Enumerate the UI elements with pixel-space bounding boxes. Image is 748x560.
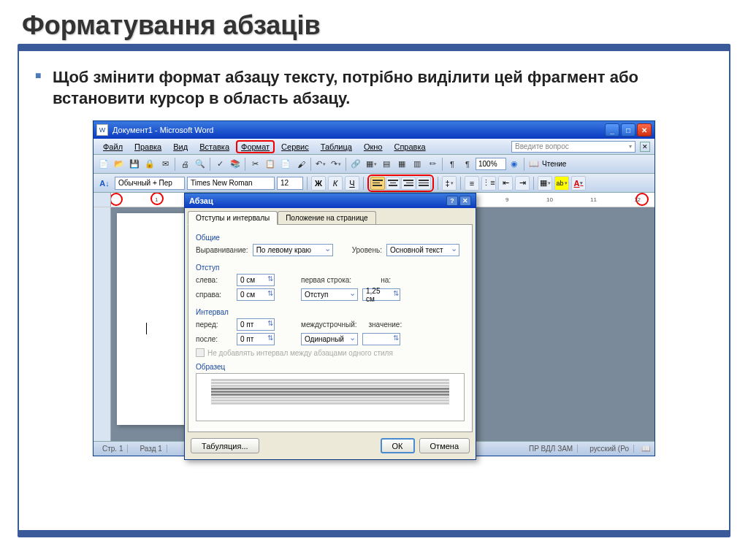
doc-map-icon[interactable]: ¶	[445, 157, 459, 172]
increase-indent-icon[interactable]: ⇥	[515, 176, 530, 191]
open-icon[interactable]: 📂	[112, 157, 126, 172]
ok-button[interactable]: ОК	[381, 438, 415, 453]
font-color-icon[interactable]: A	[571, 176, 586, 191]
cancel-button[interactable]: Отмена	[419, 438, 470, 453]
undo-icon[interactable]: ↶	[313, 157, 328, 172]
line-spacing-icon[interactable]: ‡	[442, 176, 457, 191]
save-icon[interactable]: 💾	[127, 157, 142, 172]
menu-doc-close[interactable]: ✕	[640, 142, 650, 152]
columns-icon[interactable]: ▥	[410, 157, 424, 172]
menu-help[interactable]: Справка	[389, 141, 430, 153]
excel-icon[interactable]: ▦	[394, 157, 409, 172]
align-right-button[interactable]	[401, 177, 416, 190]
slide-title: Форматування абзаців	[0, 0, 748, 44]
insert-table-icon[interactable]: ▤	[379, 157, 394, 172]
menu-view[interactable]: Вид	[168, 141, 193, 153]
window-title: Документ1 - Microsoft Word	[112, 126, 605, 134]
text-cursor	[146, 323, 147, 334]
decrease-indent-icon[interactable]: ⇤	[498, 176, 513, 191]
menu-window[interactable]: Окно	[359, 141, 388, 153]
menu-file[interactable]: Файл	[98, 141, 128, 153]
underline-button[interactable]: Ч	[345, 176, 359, 191]
section-general: Общие	[196, 234, 465, 242]
level-dropdown[interactable]: Основной текст	[386, 244, 459, 256]
first-line-value-input[interactable]: 1,25 см	[362, 288, 400, 301]
align-center-button[interactable]	[386, 177, 400, 190]
help-icon[interactable]: ◉	[507, 157, 522, 172]
redo-icon[interactable]: ↷	[329, 157, 343, 172]
alignment-label: Выравнивание:	[196, 246, 248, 254]
format-painter-icon[interactable]: 🖌	[294, 157, 308, 172]
cut-icon[interactable]: ✂	[248, 157, 262, 172]
research-icon[interactable]: 📚	[228, 157, 243, 172]
before-input[interactable]: 0 пт	[237, 318, 275, 331]
line-spacing-value-input[interactable]	[362, 333, 400, 345]
preview-icon[interactable]: 🔍	[193, 157, 207, 172]
print-icon[interactable]: 🖨	[178, 157, 192, 172]
reading-label[interactable]: Чтение	[542, 160, 566, 168]
numbered-list-icon[interactable]: ≡	[465, 176, 479, 191]
highlight-icon[interactable]: ab	[554, 176, 569, 191]
italic-button[interactable]: К	[328, 176, 343, 191]
alignment-dropdown[interactable]: По левому краю	[253, 244, 333, 256]
menu-edit[interactable]: Правка	[129, 141, 167, 153]
close-button[interactable]: ✕	[637, 123, 652, 137]
tab-page-position[interactable]: Положение на странице	[278, 211, 375, 224]
minimize-button[interactable]: _	[605, 123, 619, 137]
right-indent-label: справа:	[196, 291, 232, 299]
dialog-help-button[interactable]: ?	[446, 196, 458, 206]
standard-toolbar: 📄 📂 💾 🔒 ✉ 🖨 🔍 ✓ 📚 ✂ 📋 📄 🖌 ↶ ↷ 🔗 ▦ ▤ ▦ ▥	[94, 155, 654, 174]
maximize-button[interactable]: □	[621, 123, 636, 137]
sample-preview	[196, 373, 465, 421]
word-window: W Документ1 - Microsoft Word _ □ ✕ Файл …	[93, 120, 655, 456]
dialog-close-button[interactable]: ✕	[459, 196, 471, 206]
same-style-checkbox[interactable]	[196, 348, 205, 357]
line-spacing-dropdown[interactable]: Одинарный	[301, 333, 358, 345]
zoom-box[interactable]: 100%	[476, 158, 506, 170]
same-style-label: Не добавлять интервал между абзацами одн…	[207, 349, 393, 357]
first-line-dropdown[interactable]: Отступ	[301, 288, 358, 301]
level-label: Уровень:	[352, 246, 382, 254]
left-indent-input[interactable]: 0 см	[237, 274, 275, 286]
show-hide-icon[interactable]: ¶	[460, 157, 475, 172]
hyperlink-icon[interactable]: 🔗	[348, 157, 363, 172]
bold-button[interactable]: Ж	[311, 176, 326, 191]
menu-service[interactable]: Сервис	[276, 141, 314, 153]
value-label: значение:	[369, 321, 402, 329]
menu-table[interactable]: Таблица	[316, 141, 357, 153]
status-spellcheck-icon[interactable]: 📖	[641, 445, 650, 453]
document-area: Абзац ?✕ Отступы и интервалы Положение н…	[94, 207, 654, 441]
borders-icon[interactable]: ▦	[538, 176, 552, 191]
paste-icon[interactable]: 📄	[278, 157, 293, 172]
dialog-titlebar: Абзац ?✕	[185, 193, 476, 208]
permission-icon[interactable]: 🔒	[142, 157, 157, 172]
menu-insert[interactable]: Вставка	[194, 141, 234, 153]
help-search-box[interactable]: Введите вопрос▾	[511, 141, 636, 153]
font-box[interactable]: Times New Roman	[187, 177, 275, 190]
drawing-icon[interactable]: ✏	[425, 157, 440, 172]
styles-icon[interactable]: A↓	[96, 176, 112, 191]
tab-indents[interactable]: Отступы и интервалы	[188, 211, 278, 225]
tabulation-button[interactable]: Табуляция...	[191, 438, 259, 453]
bulleted-list-icon[interactable]: ⋮≡	[481, 176, 496, 191]
mail-icon[interactable]: ✉	[158, 157, 172, 172]
align-justify-button[interactable]	[416, 177, 431, 190]
line-spacing-label: междустрочный:	[301, 321, 357, 329]
style-box[interactable]: Обычный + Пер	[115, 177, 185, 190]
new-doc-icon[interactable]: 📄	[96, 157, 111, 172]
before-label: перед:	[196, 321, 232, 329]
on-label: на:	[381, 276, 391, 284]
font-size-box[interactable]: 12	[277, 177, 303, 190]
align-left-button[interactable]	[370, 177, 385, 190]
section-interval: Интервал	[196, 308, 465, 316]
tables-borders-icon[interactable]: ▦	[364, 157, 378, 172]
vertical-ruler[interactable]	[94, 207, 111, 441]
spellcheck-icon[interactable]: ✓	[213, 157, 227, 172]
right-indent-input[interactable]: 0 см	[237, 288, 275, 301]
read-icon[interactable]: 📖	[527, 157, 541, 172]
after-input[interactable]: 0 пт	[237, 333, 275, 345]
dialog-title: Абзац	[189, 196, 213, 205]
status-language[interactable]: русский (Ро	[585, 445, 634, 453]
copy-icon[interactable]: 📋	[263, 157, 278, 172]
menu-format[interactable]: Формат	[236, 140, 275, 153]
